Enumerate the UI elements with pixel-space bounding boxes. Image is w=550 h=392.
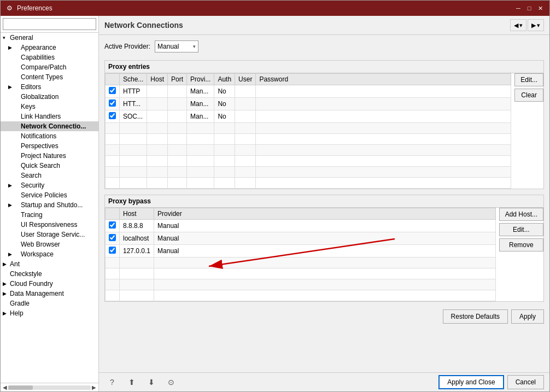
arrow-icon: ▶	[8, 45, 14, 50]
sidebar-item-link-handlers[interactable]: Link Handlers	[1, 112, 98, 121]
sidebar-item-content-types[interactable]: Content Types	[1, 72, 98, 82]
row-host	[147, 85, 168, 98]
row-checkbox[interactable]	[109, 112, 116, 119]
proxy-entries-section: Proxy entries Sche... Host Port	[104, 60, 544, 189]
preferences-icon-button[interactable]: ⊙	[163, 376, 179, 389]
proxy-entries-table-wrapper: Sche... Host Port Provi... Auth User Pas…	[105, 73, 511, 189]
scroll-thumb[interactable]	[8, 385, 33, 390]
sidebar-item-help[interactable]: ▶Help	[1, 308, 98, 318]
sidebar-item-perspectives[interactable]: Perspectives	[1, 141, 98, 151]
row-checkbox-cell	[106, 85, 120, 98]
minimize-button[interactable]: ─	[513, 3, 523, 13]
bypass-remove-button[interactable]: Remove	[499, 238, 543, 251]
row-scheme: SOC...	[120, 110, 147, 123]
row-checkbox[interactable]	[109, 100, 116, 107]
arrow-icon: ▾	[3, 35, 8, 40]
sidebar-item-cloud-foundry[interactable]: ▶Cloud Foundry	[1, 279, 98, 289]
empty-row	[106, 123, 511, 134]
sidebar-item-ui-responsiveness[interactable]: UI Responsiveness	[1, 220, 98, 230]
proxy-bypass-table-wrapper: Host Provider 8.8.8.8 Manual localhost M…	[105, 208, 496, 301]
sidebar-item-ant[interactable]: ▶Ant	[1, 259, 98, 269]
col-scheme: Sche...	[120, 74, 147, 85]
table-row: SOC... Man... No	[106, 110, 511, 123]
bypass-host: localhost	[120, 232, 154, 245]
footer: ? ⬆ ⬇ ⊙ Apply and Close Cancel	[99, 372, 549, 391]
sidebar-item-data-management[interactable]: ▶Data Management	[1, 289, 98, 299]
sidebar-item-quick-search[interactable]: Quick Search	[1, 161, 98, 171]
active-provider-select[interactable]: Manual ▾	[155, 40, 198, 52]
empty-row	[106, 134, 511, 145]
horizontal-scrollbar[interactable]: ◀ ▶	[1, 383, 98, 391]
apply-and-close-button[interactable]: Apply and Close	[438, 375, 504, 389]
apply-button[interactable]: Apply	[511, 309, 544, 324]
bypass-col-provider: Provider	[154, 208, 496, 220]
proxy-edit-button[interactable]: Edit...	[514, 73, 543, 86]
cancel-button[interactable]: Cancel	[507, 375, 544, 389]
forward-button[interactable]: ▶ ▾	[528, 19, 544, 31]
sidebar-item-tracing[interactable]: Tracing	[1, 210, 98, 220]
sidebar-item-workspace[interactable]: ▶Workspace	[1, 249, 98, 259]
bypass-host: 8.8.8.8	[120, 220, 154, 232]
sidebar-item-label: Perspectives	[21, 142, 58, 150]
sidebar-item-startup-shutdown[interactable]: ▶Startup and Shutdo...	[1, 200, 98, 210]
panel-body: Active Provider: Manual ▾ Proxy entries	[99, 35, 549, 372]
sidebar-item-gradle[interactable]: Gradle	[1, 299, 98, 308]
sidebar-item-label: Workspace	[21, 250, 54, 258]
row-provider: Man...	[187, 98, 214, 110]
sidebar-item-label: Network Connectio...	[21, 122, 86, 130]
sidebar-item-keys[interactable]: Keys	[1, 102, 98, 112]
restore-defaults-button[interactable]: Restore Defaults	[443, 309, 508, 324]
sidebar-item-label: Notifications	[21, 132, 56, 140]
sidebar-item-checkstyle[interactable]: Checkstyle	[1, 269, 98, 279]
bypass-checkbox[interactable]	[109, 234, 116, 241]
preferences-window: ⚙ Preferences ─ □ ✕ ▾General▶AppearanceC…	[0, 0, 550, 392]
sidebar-item-search[interactable]: Search	[1, 171, 98, 180]
row-checkbox[interactable]	[109, 87, 116, 94]
add-host-button[interactable]: Add Host...	[499, 208, 543, 221]
bypass-checkbox[interactable]	[109, 247, 116, 254]
sidebar-item-web-browser[interactable]: Web Browser	[1, 239, 98, 249]
search-input[interactable]	[3, 18, 96, 30]
sidebar-item-capabilities[interactable]: Capabilities	[1, 52, 98, 62]
sidebar-item-label: General	[10, 34, 33, 42]
sidebar-item-compare-patch[interactable]: Compare/Patch	[1, 62, 98, 72]
table-row: localhost Manual	[106, 232, 496, 245]
sidebar-item-project-natures[interactable]: Project Natures	[1, 151, 98, 161]
table-row: HTT... Man... No	[106, 98, 511, 110]
sidebar-item-label: Globalization	[21, 93, 58, 101]
bypass-checkbox[interactable]	[109, 221, 116, 229]
main-content: ▾General▶AppearanceCapabilitiesCompare/P…	[1, 16, 549, 391]
sidebar-item-editors[interactable]: ▶Editors	[1, 82, 98, 92]
scroll-right-arrow[interactable]: ▶	[92, 384, 96, 390]
proxy-clear-button[interactable]: Clear	[514, 89, 543, 102]
bypass-checkbox-cell	[106, 220, 120, 232]
empty-bypass-row	[106, 258, 496, 268]
scroll-left-arrow[interactable]: ◀	[3, 384, 7, 390]
back-button[interactable]: ◀ ▾	[510, 19, 526, 31]
maximize-button[interactable]: □	[524, 3, 534, 13]
help-icon-button[interactable]: ?	[104, 376, 120, 389]
sidebar-item-label: Startup and Shutdo...	[21, 201, 83, 209]
close-button[interactable]: ✕	[535, 3, 545, 13]
sidebar-item-security[interactable]: ▶Security	[1, 180, 98, 190]
arrow-icon: ▶	[3, 311, 8, 316]
import-button[interactable]: ⬇	[144, 376, 159, 389]
footer-left-icons: ? ⬆ ⬇ ⊙	[104, 376, 179, 389]
arrow-icon: ▶	[3, 291, 8, 296]
arrow-icon: ▶	[3, 281, 8, 286]
sidebar-item-appearance[interactable]: ▶Appearance	[1, 43, 98, 52]
sidebar-item-network-connections[interactable]: Network Connectio...	[1, 121, 98, 131]
sidebar-item-globalization[interactable]: Globalization	[1, 92, 98, 102]
export-button[interactable]: ⬆	[124, 376, 139, 389]
sidebar-item-label: Cloud Foundry	[10, 280, 53, 288]
sidebar-item-user-storage[interactable]: User Storage Servic...	[1, 230, 98, 239]
sidebar-item-label: Link Handlers	[21, 113, 61, 120]
sidebar-item-label: User Storage Servic...	[21, 231, 85, 238]
sidebar-item-notifications[interactable]: Notifications	[1, 131, 98, 141]
sidebar-item-service-policies[interactable]: Service Policies	[1, 190, 98, 200]
row-user	[235, 110, 256, 123]
arrow-icon: ▶	[3, 261, 8, 267]
sidebar-item-general[interactable]: ▾General	[1, 33, 98, 43]
empty-bypass-row	[106, 268, 496, 279]
bypass-edit-button[interactable]: Edit...	[499, 223, 543, 236]
